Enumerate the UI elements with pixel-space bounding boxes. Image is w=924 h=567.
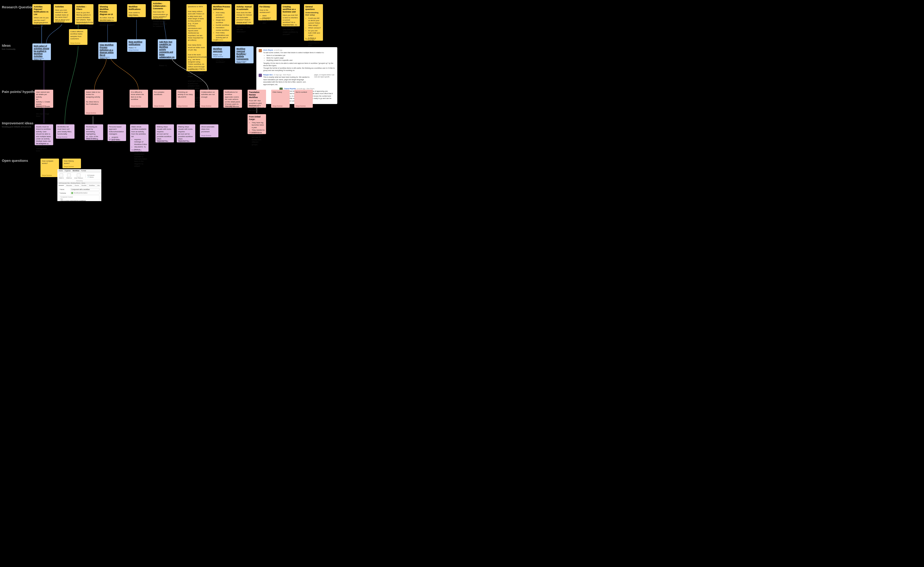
text-field[interactable]: This is a test component for workflows <box>60 200 98 201</box>
note-idea-multiselect[interactable]: Multi-select of activities should be ena… <box>32 44 51 60</box>
tridion-screenshot: HomeOrganizeWorkflowFormat Check-in Chec… <box>57 169 101 201</box>
note-imp-auto-less-prominent[interactable]: Show automatic steps less prominentDerya… <box>200 124 218 137</box>
toolbar: Check-in Check-out Undo Checkout ⧉ Compa… <box>57 172 101 180</box>
schema-icon <box>71 192 73 194</box>
note-pain-united-cargo[interactable]: From United Cargo:They have big launches… <box>248 114 266 134</box>
undo-checkout-button[interactable]: Undo Checkout <box>74 173 83 178</box>
note-pain-translation[interactable]: Translation Review WorkflowFrom WF: Not … <box>248 90 266 108</box>
note-open-compare[interactable]: How compare works?Derya Donmez <box>41 159 59 177</box>
note-pain-finish-easy[interactable]: Finishing an activity is too easy. VALID… <box>176 90 195 108</box>
note-open-history[interactable]: How History works?Derya Donmez <box>62 159 81 168</box>
diagram-canvas[interactable]: Research Questions Ideas from Community … <box>0 0 324 201</box>
tab-bundles[interactable]: Bundles <box>80 184 88 186</box>
note-idea-richtext[interactable]: Add Rich Text capability on Workflow act… <box>158 39 176 59</box>
note-rq-business-user[interactable]: Creating workflow as a business userHave… <box>281 4 300 26</box>
note-imp-whole-workflow[interactable]: Make whole workflow available from an ac… <box>130 124 149 152</box>
note-rq-general[interactable]: General questionsUnderstanding their set… <box>304 4 323 40</box>
name-label: * Name: <box>59 189 70 190</box>
tab-workflow[interactable]: Workflow <box>88 184 96 186</box>
note-rq-manual-vs-auto[interactable]: Activity: manual vs automaticHow does th… <box>235 4 254 24</box>
note-idea-approval-bundling[interactable]: Workflow Approval Bundling / Multiple Co… <box>235 46 254 63</box>
note-pain-details[interactable]: User cannot see all details per activity… <box>35 90 53 108</box>
avatar <box>259 74 262 77</box>
note-imp-assets-link[interactable]: Assets must be linked to workflow activi… <box>35 124 53 145</box>
note-pain-complex[interactable]: For complex workflowsDerya Donmez <box>153 90 171 108</box>
checkout-icon <box>67 173 71 177</box>
note-rq-notifications[interactable]: Workflow NotificationsHow useful to have… <box>127 4 146 17</box>
checkin-icon <box>59 173 63 177</box>
undo-icon <box>77 173 81 177</box>
row-label-open: Open questions <box>2 159 28 162</box>
comment-2: Ranjan Sen22 days ago · Alvin Reyes This… <box>259 74 335 86</box>
schema-label: * Schema: <box>59 192 70 194</box>
note-pain-where-item[interactable]: It is difficult to know where the item i… <box>129 90 148 108</box>
note-pain-limited-data[interactable]: Asked data is too limited for assigning … <box>85 90 103 115</box>
note-rq-filters[interactable]: Activities - FiltersHow do you find filt… <box>75 4 93 24</box>
checkin-button[interactable]: Check-in <box>59 173 64 178</box>
note-pain-notifications[interactable]: Notifications for workflow approvals cov… <box>223 90 242 108</box>
name-field[interactable]: Component with a workflow <box>70 188 99 191</box>
note-pain-collab[interactable]: Collaboration on activities are not enou… <box>200 90 218 108</box>
note-pain-not-in-context[interactable]: Not in contextDerya Donmez <box>294 90 313 108</box>
checkout-button[interactable]: Check-out <box>66 173 72 178</box>
text-label: Text <box>60 198 98 200</box>
tab-info[interactable]: Info <box>96 184 101 186</box>
note-imp-annotate[interactable]: Reviewing an asset by annotating, highli… <box>85 124 103 140</box>
compare-button[interactable]: ⧉ Compare <box>87 174 95 176</box>
ribbon-tabs: HomeOrganizeWorkflowFormat <box>57 169 101 172</box>
note-imp-step-icons-a[interactable]: Making steps visuals with icons. require… <box>155 124 174 142</box>
note-idea-mute[interactable]: Mute workflow notificationsRated +4Derya… <box>127 39 146 52</box>
row-label-ideas: Ideas from Community <box>2 44 15 50</box>
note-rq-process-definitions[interactable]: Workflow Process Definitions How many pr… <box>212 4 232 42</box>
note-idea-approvals[interactable]: Workflow approvalsRated +14Derya Donmez <box>212 46 230 58</box>
tab-source[interactable]: Source <box>73 184 80 186</box>
tab-general[interactable]: General <box>57 184 65 187</box>
note-rq-activities[interactable]: ActivitiesHave you ever needed to start … <box>54 4 72 22</box>
history-button[interactable]: 🕘 History <box>87 176 95 178</box>
note-idea-view-diagram[interactable]: View Workflow Process Definition as a di… <box>98 42 117 59</box>
comment-1: Alvin Reyesa month ago To add some conte… <box>259 49 335 72</box>
note-rq-process-diagram[interactable]: Showing Workflow Process diagram on UIAs… <box>98 4 117 22</box>
note-rq-collab-comments[interactable]: Activities - Collaboration - CommentsHow… <box>152 1 170 20</box>
schema-field[interactable]: WorkflowInformation <box>70 192 99 194</box>
avatar <box>259 49 262 52</box>
note-imp-persona[interactable]: Persona based approach Editors/translati… <box>108 124 126 141</box>
ribbon-group-label: Versioning <box>57 180 101 182</box>
row-label-improve: Improvement ideas focusing good defaults… <box>2 121 33 128</box>
section-heading: Component Content <box>60 196 98 198</box>
note-rq-popover-vs-list[interactable]: Activities Popover/ Notifications vs Lis… <box>32 4 51 24</box>
note-imp-sort-filter[interactable]: Acvitivities list must have sort (and id… <box>56 124 74 139</box>
tab-metadata[interactable]: Metadata <box>65 184 73 186</box>
note-pain-click-heavy[interactable]: Click heavyDerya Donmez <box>271 90 290 108</box>
row-label-research: Research Questions <box>2 5 35 9</box>
breadcrumb: 100 Example Site › Building Blocks › Der… <box>57 182 101 184</box>
content-tabs: General Metadata Source Bundles Workflow… <box>57 184 101 187</box>
note-rq-wfa-questions[interactable]: Questions to WFA how many editors work w… <box>187 4 207 71</box>
note-imp-step-icons-b[interactable]: Making steps visuals with icons. require… <box>177 124 195 142</box>
note-collect-samples[interactable]: Collect different workflow tasks samples… <box>69 29 87 45</box>
note-rq-disney[interactable]: For Disney:How is the workaround?slack i… <box>258 4 277 20</box>
